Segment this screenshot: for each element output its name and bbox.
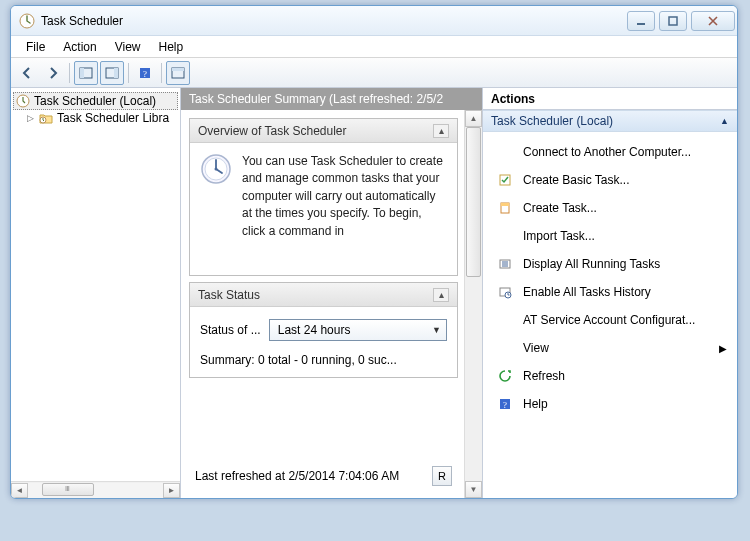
tree[interactable]: Task Scheduler (Local) ▷ Task Scheduler … [11, 88, 180, 481]
vertical-scrollbar[interactable]: ▲ ▼ [464, 110, 482, 498]
history-icon [497, 284, 513, 300]
help-button[interactable]: ? [133, 61, 157, 85]
blank-icon [497, 312, 513, 328]
toolbar: ? [11, 58, 737, 88]
blank-icon [497, 340, 513, 356]
action-enable-history[interactable]: Enable All Tasks History [483, 278, 737, 306]
menu-view[interactable]: View [106, 38, 150, 56]
properties-button[interactable] [166, 61, 190, 85]
overview-header[interactable]: Overview of Task Scheduler ▴ [190, 119, 457, 143]
scroll-track[interactable]: Ⅲ [28, 483, 163, 498]
status-period-select[interactable]: Last 24 hours ▼ [269, 319, 447, 341]
show-actions-button[interactable] [100, 61, 124, 85]
status-summary: Summary: 0 total - 0 running, 0 suc... [190, 347, 457, 377]
toolbar-separator [69, 63, 70, 83]
actions-pane: Actions Task Scheduler (Local) ▲ Connect… [483, 88, 737, 498]
action-connect[interactable]: Connect to Another Computer... [483, 138, 737, 166]
last-refreshed-text: Last refreshed at 2/5/2014 7:04:06 AM [195, 469, 426, 483]
status-period-value: Last 24 hours [278, 323, 351, 337]
forward-button[interactable] [41, 61, 65, 85]
actions-section-header[interactable]: Task Scheduler (Local) ▲ [483, 110, 737, 132]
collapse-icon[interactable]: ▴ [433, 124, 449, 138]
svg-rect-10 [172, 68, 184, 71]
action-at-service[interactable]: AT Service Account Configurat... [483, 306, 737, 334]
action-refresh[interactable]: Refresh [483, 362, 737, 390]
task-scheduler-window: Task Scheduler File Action View Help ? [10, 5, 738, 499]
minimize-button[interactable] [627, 11, 655, 31]
scroll-down-button[interactable]: ▼ [465, 481, 482, 498]
wizard-icon [497, 172, 513, 188]
clock-icon [16, 94, 30, 108]
task-icon [497, 200, 513, 216]
menu-action[interactable]: Action [54, 38, 105, 56]
actions-header: Actions [483, 88, 737, 110]
list-icon [497, 256, 513, 272]
toolbar-separator [161, 63, 162, 83]
tree-root-label: Task Scheduler (Local) [34, 94, 156, 108]
action-view[interactable]: View ▶ [483, 334, 737, 362]
action-help[interactable]: ? Help [483, 390, 737, 418]
svg-point-15 [215, 168, 218, 171]
overview-title: Overview of Task Scheduler [198, 124, 347, 138]
window-title: Task Scheduler [41, 14, 627, 28]
chevron-down-icon: ▼ [432, 325, 441, 335]
clock-icon [200, 153, 232, 185]
task-status-title: Task Status [198, 288, 260, 302]
menubar: File Action View Help [11, 36, 737, 58]
actions-section-label: Task Scheduler (Local) [491, 114, 613, 128]
show-tree-button[interactable] [74, 61, 98, 85]
menu-file[interactable]: File [17, 38, 54, 56]
task-status-group: Task Status ▴ Status of ... Last 24 hour… [189, 282, 458, 378]
svg-rect-1 [637, 23, 645, 25]
scroll-thumb[interactable]: Ⅲ [42, 483, 94, 496]
tree-expander-icon[interactable]: ▷ [25, 113, 35, 123]
status-label: Status of ... [200, 323, 261, 337]
overview-group: Overview of Task Scheduler ▴ You can use… [189, 118, 458, 276]
tree-library[interactable]: ▷ Task Scheduler Libra [13, 110, 178, 126]
tree-pane: Task Scheduler (Local) ▷ Task Scheduler … [11, 88, 181, 498]
svg-rect-2 [669, 17, 677, 25]
action-import-task[interactable]: Import Task... [483, 222, 737, 250]
action-create-task[interactable]: Create Task... [483, 194, 737, 222]
titlebar[interactable]: Task Scheduler [11, 6, 737, 36]
scroll-track[interactable] [465, 127, 482, 481]
scroll-thumb[interactable] [466, 127, 481, 277]
folder-icon [39, 112, 53, 124]
tree-root[interactable]: Task Scheduler (Local) [13, 92, 178, 110]
toolbar-separator [128, 63, 129, 83]
blank-icon [497, 228, 513, 244]
action-display-running[interactable]: Display All Running Tasks [483, 250, 737, 278]
summary-header: Task Scheduler Summary (Last refreshed: … [181, 88, 482, 110]
svg-rect-4 [80, 68, 84, 78]
menu-help[interactable]: Help [150, 38, 193, 56]
scroll-up-button[interactable]: ▲ [465, 110, 482, 127]
blank-icon [497, 144, 513, 160]
chevron-right-icon: ▶ [719, 343, 727, 354]
back-button[interactable] [15, 61, 39, 85]
svg-rect-18 [501, 203, 509, 206]
help-icon: ? [497, 396, 513, 412]
action-create-basic-task[interactable]: Create Basic Task... [483, 166, 737, 194]
scroll-left-button[interactable]: ◄ [11, 483, 28, 498]
refresh-icon [497, 368, 513, 384]
svg-rect-6 [114, 68, 118, 78]
chevron-up-icon: ▲ [720, 116, 729, 126]
app-icon [19, 13, 35, 29]
close-button[interactable] [691, 11, 735, 31]
svg-text:?: ? [143, 69, 147, 79]
last-refreshed-row: Last refreshed at 2/5/2014 7:04:06 AM R [189, 458, 458, 494]
refresh-button[interactable]: R [432, 466, 452, 486]
scroll-right-button[interactable]: ► [163, 483, 180, 498]
horizontal-scrollbar[interactable]: ◄ Ⅲ ► [11, 481, 180, 498]
tree-library-label: Task Scheduler Libra [57, 111, 169, 125]
svg-text:?: ? [503, 400, 507, 410]
maximize-button[interactable] [659, 11, 687, 31]
task-status-header[interactable]: Task Status ▴ [190, 283, 457, 307]
overview-text: You can use Task Scheduler to create and… [242, 153, 447, 265]
summary-pane: Task Scheduler Summary (Last refreshed: … [181, 88, 483, 498]
collapse-icon[interactable]: ▴ [433, 288, 449, 302]
